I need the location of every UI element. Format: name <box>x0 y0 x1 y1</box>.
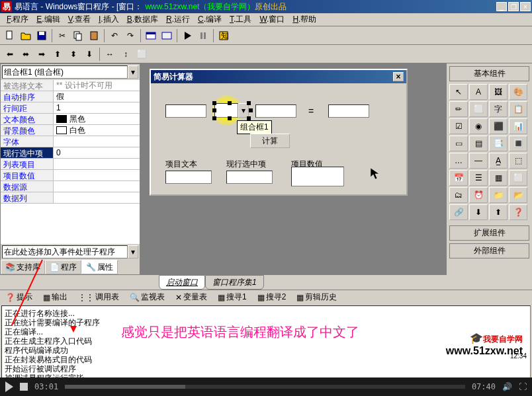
out-tab-calltable[interactable]: ⋮⋮调用表 <box>75 290 122 304</box>
out-tab-vars[interactable]: ✕变量表 <box>173 290 210 304</box>
menu-view[interactable]: V.查看 <box>64 13 95 26</box>
knowledge-icon[interactable]: 知 <box>216 28 231 43</box>
menu-edit[interactable]: E.编辑 <box>32 13 64 26</box>
property-row[interactable]: 现行选中项0 <box>1 147 140 159</box>
align-top-icon[interactable]: ⬆ <box>50 47 65 61</box>
palette-item-25[interactable]: ⏰ <box>469 187 488 203</box>
tab-window-procset[interactable]: 窗口程序集1 <box>205 275 264 290</box>
tab-properties[interactable]: 🔧属性 <box>81 260 118 274</box>
property-row[interactable]: 自动排序假 <box>1 91 140 102</box>
object-selector[interactable]: 组合框1 (组合框) ▾ <box>2 65 138 79</box>
palette-item-14[interactable]: 📑 <box>489 136 508 151</box>
palette-item-0[interactable]: ↖ <box>449 84 468 100</box>
palette-item-22[interactable]: ▦ <box>489 170 508 186</box>
progress-bar[interactable] <box>65 385 465 389</box>
fullscreen-icon[interactable]: ⛶ <box>519 382 527 391</box>
maximize-button[interactable]: ❐ <box>508 2 519 11</box>
palette-item-30[interactable]: ⬆ <box>489 204 508 220</box>
input-value[interactable] <box>291 167 344 186</box>
copy-icon[interactable] <box>71 28 85 43</box>
menu-help[interactable]: H.帮助 <box>288 13 320 26</box>
out-tab-watch[interactable]: 🔍监视表 <box>127 290 167 304</box>
menu-insert[interactable]: I.插入 <box>95 13 123 26</box>
menu-compile[interactable]: C.编译 <box>194 13 226 26</box>
palette-item-13[interactable]: ▤ <box>469 136 488 151</box>
minimize-button[interactable]: _ <box>496 2 507 11</box>
palette-item-19[interactable]: ⬚ <box>509 153 527 169</box>
property-row[interactable]: 字体 <box>1 136 140 147</box>
palette-item-31[interactable]: ❓ <box>509 204 527 220</box>
property-row[interactable]: 被选择文本** 设计时不可用 <box>1 80 140 91</box>
form-icon[interactable] <box>144 28 158 43</box>
pause-icon[interactable] <box>196 28 210 43</box>
input-selected[interactable] <box>226 171 273 184</box>
menu-window[interactable]: W.窗口 <box>255 13 288 26</box>
run-icon[interactable] <box>180 28 195 43</box>
palette-item-7[interactable]: 📋 <box>509 101 527 117</box>
palette-extended[interactable]: 扩展组件 <box>449 225 529 241</box>
palette-item-12[interactable]: ▭ <box>449 136 468 151</box>
same-width-icon[interactable]: ↔ <box>103 47 117 61</box>
property-row[interactable]: 列表项目 <box>1 159 140 170</box>
designer-canvas[interactable]: 简易计算器 × ▾ <box>140 63 446 275</box>
stop-button[interactable] <box>20 383 28 391</box>
paste-icon[interactable] <box>87 28 101 43</box>
input-item-text[interactable] <box>165 171 212 184</box>
dropdown-icon[interactable]: ▾ <box>128 65 138 79</box>
menu-tools[interactable]: T.工具 <box>226 13 255 26</box>
palette-item-3[interactable]: 🎨 <box>509 84 527 100</box>
input-operand1[interactable] <box>165 104 206 118</box>
palette-item-4[interactable]: ✏ <box>449 101 468 117</box>
input-result[interactable] <box>328 104 369 118</box>
out-tab-hint[interactable]: ❓提示 <box>3 290 35 304</box>
palette-basic[interactable]: 基本组件 <box>449 66 529 81</box>
align-center-icon[interactable]: ⬌ <box>19 47 33 61</box>
combobox-operator[interactable]: ▾ <box>214 103 249 118</box>
align-middle-icon[interactable]: ⬍ <box>66 47 81 61</box>
event-selector[interactable]: 在此处选择加入事件处理子程序 ▾ <box>2 245 138 258</box>
property-row[interactable]: 文本颜色黑色 <box>1 114 140 125</box>
property-row[interactable]: 行间距1 <box>1 102 140 114</box>
menu-run[interactable]: R.运行 <box>162 13 194 26</box>
palette-item-5[interactable]: ⬜ <box>469 101 488 117</box>
property-row[interactable]: 背景颜色白色 <box>1 125 140 136</box>
out-tab-output[interactable]: ▦输出 <box>40 290 70 304</box>
cut-icon[interactable]: ✂ <box>55 28 69 43</box>
tab-program[interactable]: 📄程序 <box>45 260 81 274</box>
dropdown-icon[interactable]: ▾ <box>238 103 249 118</box>
menu-database[interactable]: B.数据库 <box>123 13 162 26</box>
palette-item-17[interactable]: — <box>469 153 488 169</box>
palette-item-10[interactable]: ⬛ <box>489 118 508 134</box>
out-tab-cliphistory[interactable]: ▦剪辑历史 <box>294 290 339 304</box>
tab-startup-window[interactable]: 启动窗口 <box>159 275 205 290</box>
volume-icon[interactable]: 🔊 <box>502 382 512 391</box>
palette-item-9[interactable]: ◉ <box>469 118 488 134</box>
calculate-button[interactable]: 计算 <box>250 134 290 148</box>
palette-item-15[interactable]: 🔳 <box>509 136 527 151</box>
play-button[interactable] <box>5 381 13 392</box>
designer-close-icon[interactable]: × <box>393 72 404 81</box>
palette-item-29[interactable]: ⬇ <box>469 204 488 220</box>
palette-item-21[interactable]: ☰ <box>469 170 488 186</box>
property-row[interactable]: 项目数值 <box>1 170 140 181</box>
form2-icon[interactable] <box>159 28 174 43</box>
palette-item-24[interactable]: 🗂 <box>449 187 468 203</box>
palette-item-26[interactable]: 📁 <box>489 187 508 203</box>
palette-item-11[interactable]: 📊 <box>509 118 527 134</box>
palette-item-23[interactable]: ⬜ <box>509 170 527 186</box>
property-row[interactable]: 数据列 <box>1 192 140 204</box>
palette-external[interactable]: 外部组件 <box>449 243 529 258</box>
undo-icon[interactable]: ↶ <box>107 28 122 43</box>
close-button[interactable]: × <box>520 2 531 11</box>
property-grid[interactable]: 被选择文本** 设计时不可用自动排序假行间距1文本颜色黑色背景颜色白色字体现行选… <box>1 80 140 244</box>
palette-item-27[interactable]: 📂 <box>509 187 527 203</box>
align-left-icon[interactable]: ⬅ <box>3 47 17 61</box>
redo-icon[interactable]: ↷ <box>123 28 138 43</box>
align-bottom-icon[interactable]: ⬇ <box>82 47 97 61</box>
palette-item-8[interactable]: ☑ <box>449 118 468 134</box>
palette-item-28[interactable]: 🔗 <box>449 204 468 220</box>
palette-item-18[interactable]: A̲ <box>489 153 508 169</box>
align-right-icon[interactable]: ➡ <box>34 47 49 61</box>
same-size-icon[interactable]: ⬜ <box>134 47 149 61</box>
dropdown-icon[interactable]: ▾ <box>128 245 138 258</box>
